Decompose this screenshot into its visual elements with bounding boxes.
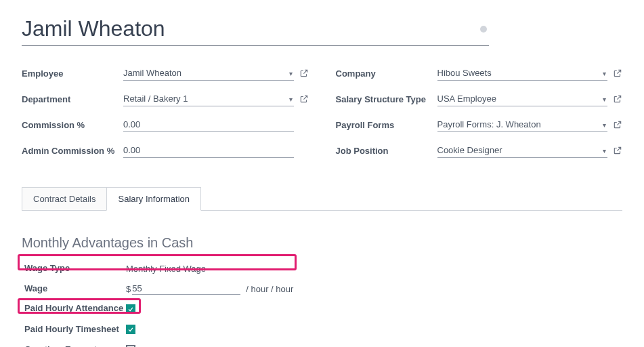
- paid-hourly-attendance-checkbox[interactable]: [126, 304, 135, 314]
- wage-label: Wage: [24, 282, 126, 295]
- wage-unit: / hour / hour: [246, 284, 293, 294]
- form-fields: Employee ▾ Department ▾ Commission % Adm…: [22, 64, 622, 167]
- external-link-icon[interactable]: [299, 68, 309, 78]
- employee-label: Employee: [22, 68, 123, 79]
- external-link-icon[interactable]: [613, 68, 622, 78]
- external-link-icon[interactable]: [613, 120, 622, 129]
- department-label: Department: [22, 94, 123, 104]
- admin-commission-field[interactable]: [123, 143, 294, 158]
- department-field[interactable]: [123, 91, 294, 106]
- paid-hourly-attendance-label: Paid Hourly Attendance: [24, 302, 126, 316]
- structure-label: Salary Structure Type: [336, 94, 437, 104]
- admin-commission-label: Admin Commission %: [22, 146, 123, 156]
- payroll-forms-field[interactable]: [437, 117, 608, 132]
- paid-hourly-timesheet-label: Paid Hourly Timesheet: [24, 323, 126, 336]
- wage-type-value[interactable]: Monthly Fixed Wage: [126, 262, 302, 275]
- company-label: Company: [336, 68, 437, 79]
- paid-hourly-timesheet-checkbox[interactable]: [126, 325, 135, 334]
- commission-label: Commission %: [22, 120, 123, 130]
- tabs: Contract Details Salary Information: [22, 187, 201, 211]
- wage-type-label: Wage Type: [24, 262, 126, 275]
- wage-field[interactable]: 55: [132, 283, 240, 295]
- wage-currency: $: [126, 284, 131, 294]
- external-link-icon[interactable]: [613, 94, 622, 104]
- structure-field[interactable]: [437, 91, 608, 106]
- external-link-icon[interactable]: [299, 94, 309, 104]
- contract-title[interactable]: Jamil Wheaton: [22, 16, 489, 46]
- tab-contract-details[interactable]: Contract Details: [22, 187, 107, 211]
- commission-field[interactable]: [123, 117, 294, 132]
- employee-field[interactable]: [123, 66, 294, 81]
- section-monthly-advantages: Monthly Advantages in Cash: [22, 235, 622, 251]
- payroll-forms-label: Payroll Forms: [336, 120, 437, 130]
- job-position-field[interactable]: [437, 143, 608, 158]
- overtime-exempt-label: Overtime Exempt: [24, 343, 126, 347]
- company-field[interactable]: [437, 66, 608, 81]
- job-position-label: Job Position: [336, 146, 437, 156]
- tab-salary-information[interactable]: Salary Information: [106, 187, 201, 211]
- status-indicator[interactable]: [480, 26, 487, 33]
- external-link-icon[interactable]: [613, 146, 622, 155]
